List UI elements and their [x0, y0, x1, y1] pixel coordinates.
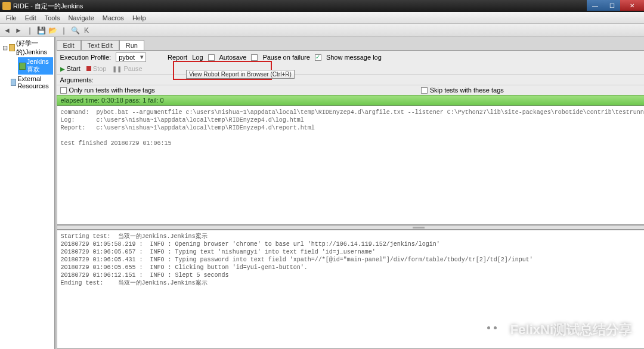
run-buttons: ▶Start Stop ❚❚Pause — [57, 64, 644, 75]
output-bottom[interactable]: Starting test: 当双一的Jenkins.Jenkins案示 201… — [57, 230, 644, 349]
toolbar: ◄ ► | 💾 📂 | 🔍 K — [0, 24, 644, 37]
pause-icon: ❚❚ — [112, 66, 122, 72]
maximize-button[interactable]: ☐ — [603, 0, 620, 11]
start-label: Start — [67, 65, 80, 72]
sep-icon: | — [25, 26, 35, 35]
stop-icon — [86, 66, 91, 71]
skip-tags-checkbox[interactable] — [421, 87, 428, 94]
autosave-label: Autosave — [219, 54, 247, 61]
tree-child-label: Jenkins喜欢 — [27, 58, 52, 74]
splitter[interactable] — [57, 225, 644, 230]
status-bar: elapsed time: 0:30:18 pass: 1 fail: 0 — [57, 95, 644, 106]
folder-icon — [9, 44, 15, 51]
tree-child[interactable]: Jenkins喜欢 — [18, 57, 53, 75]
back-icon[interactable]: ◄ — [2, 26, 12, 35]
log-button[interactable]: Log — [192, 54, 203, 61]
pause-failure-checkbox[interactable] — [251, 54, 258, 61]
stop-icon[interactable]: K — [82, 26, 91, 35]
arguments-label: Arguments: — [60, 76, 94, 84]
tree-external-label: External Resources — [17, 75, 51, 89]
tree-sidebar: ⊟ (好学一的)Jenkins Jenkins喜欢 External Resou… — [0, 37, 55, 349]
window-controls: — ☐ ✕ — [587, 0, 644, 12]
content-area: Edit Text Edit Run ◂ ▸ ▾ × Execution Pro… — [55, 37, 644, 349]
profile-select[interactable]: pybot — [116, 52, 146, 62]
menu-navigate[interactable]: Navigate — [64, 13, 97, 23]
minimize-button[interactable]: — — [587, 0, 603, 11]
open-icon[interactable]: 📂 — [48, 26, 57, 35]
run-controls: Execution Profile: pybot Report Log Auto… — [57, 50, 644, 64]
search-icon[interactable]: 🔍 — [70, 26, 80, 35]
tags-row: Only run tests with these tags Skip test… — [57, 85, 644, 95]
tab-run[interactable]: Run — [119, 40, 144, 50]
titlebar: RIDE - 自定一的Jenkins — ☐ ✕ — [0, 0, 644, 12]
menu-edit[interactable]: Edit — [21, 13, 40, 23]
resource-icon — [11, 79, 16, 86]
menu-tools[interactable]: Tools — [41, 13, 64, 23]
profile-value: pybot — [119, 54, 135, 61]
forward-icon[interactable]: ► — [14, 26, 23, 35]
sep-icon: | — [59, 26, 69, 35]
tab-text-edit[interactable]: Text Edit — [81, 40, 119, 50]
play-icon: ▶ — [60, 66, 65, 72]
start-button[interactable]: ▶Start — [60, 65, 80, 72]
pause-label: Pause — [123, 65, 142, 72]
menu-help[interactable]: Help — [129, 13, 150, 23]
save-icon[interactable]: 💾 — [36, 26, 46, 35]
show-log-label: Show message log — [326, 54, 382, 61]
testcase-icon — [19, 63, 26, 70]
arguments-row: Arguments: — [57, 75, 644, 85]
stop-button[interactable]: Stop — [86, 65, 107, 72]
output-top[interactable]: command: pybot.bat --argumentfile c:\use… — [57, 106, 644, 225]
tree-root-label: (好学一的)Jenkins — [16, 39, 52, 57]
window-title: RIDE - 自定一的Jenkins — [13, 2, 83, 11]
stop-label: Stop — [93, 65, 107, 72]
status-text: elapsed time: 0:30:18 pass: 1 fail: 0 — [61, 97, 164, 104]
profile-label: Execution Profile: — [60, 54, 112, 61]
close-button[interactable]: ✕ — [620, 0, 644, 11]
tree-external[interactable]: External Resources — [10, 75, 53, 90]
report-button[interactable]: Report — [168, 54, 187, 61]
tooltip: View Robot Report in Browser (Ctrl+R) — [186, 70, 295, 79]
collapse-icon[interactable]: ⊟ — [2, 44, 8, 52]
app-icon — [2, 2, 11, 10]
tree-root[interactable]: ⊟ (好学一的)Jenkins — [1, 38, 53, 57]
menu-file[interactable]: File — [2, 13, 20, 23]
menubar: File Edit Tools Navigate Macros Help — [0, 12, 644, 24]
main-area: ⊟ (好学一的)Jenkins Jenkins喜欢 External Resou… — [0, 37, 644, 349]
editor-tabs: Edit Text Edit Run ◂ ▸ ▾ × — [57, 38, 644, 50]
pause-button[interactable]: ❚❚Pause — [112, 65, 142, 72]
show-log-checkbox[interactable] — [315, 54, 321, 61]
tab-edit[interactable]: Edit — [57, 40, 81, 50]
skip-tags-label: Skip tests with these tags — [430, 87, 504, 94]
pause-failure-label: Pause on failure — [262, 54, 310, 61]
grip-icon — [413, 227, 425, 228]
menu-macros[interactable]: Macros — [99, 13, 128, 23]
only-tags-checkbox[interactable] — [60, 87, 67, 94]
autosave-checkbox[interactable] — [208, 54, 215, 61]
only-tags-label: Only run tests with these tags — [69, 87, 155, 94]
